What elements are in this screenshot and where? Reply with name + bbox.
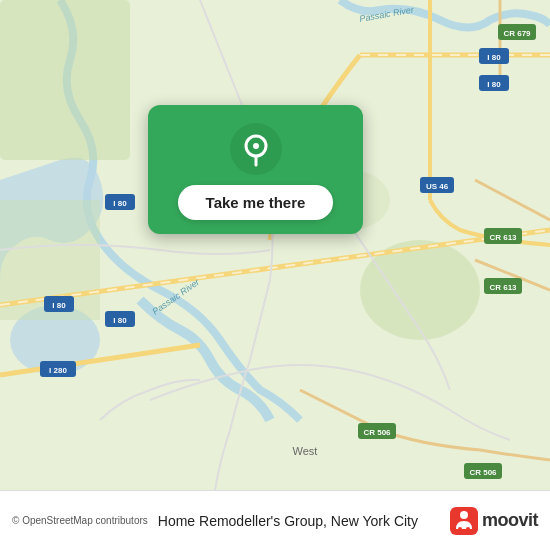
svg-point-47: [458, 527, 462, 531]
svg-text:CR 613: CR 613: [489, 233, 517, 242]
svg-text:CR 679: CR 679: [503, 29, 531, 38]
svg-text:CR 613: CR 613: [489, 283, 517, 292]
svg-point-46: [460, 511, 468, 519]
moovit-brand-text: moovit: [482, 510, 538, 531]
svg-text:I 80: I 80: [487, 80, 501, 89]
svg-text:I 80: I 80: [52, 301, 66, 310]
svg-text:West: West: [293, 445, 318, 457]
location-pin-icon: [230, 123, 282, 175]
take-me-there-button[interactable]: Take me there: [178, 185, 334, 220]
moovit-brand-icon: [450, 507, 478, 535]
map-svg: I 80 I 80 I 80 I 280 I 80 I 80 US 46 CR …: [0, 0, 550, 490]
svg-rect-2: [0, 0, 130, 160]
svg-text:I 80: I 80: [113, 316, 127, 325]
svg-text:I 80: I 80: [113, 199, 127, 208]
svg-text:CR 506: CR 506: [469, 468, 497, 477]
location-name: Home Remodeller's Group, New York City: [158, 513, 440, 529]
popup-card: Take me there: [148, 105, 363, 234]
bottom-bar: © OpenStreetMap contributors Home Remode…: [0, 490, 550, 550]
svg-text:CR 506: CR 506: [363, 428, 391, 437]
svg-text:I 80: I 80: [487, 53, 501, 62]
svg-text:I 280: I 280: [49, 366, 67, 375]
moovit-logo: moovit: [450, 507, 538, 535]
svg-point-48: [466, 527, 470, 531]
osm-credit: © OpenStreetMap contributors: [12, 515, 148, 526]
svg-text:US 46: US 46: [426, 182, 449, 191]
map-container: I 80 I 80 I 80 I 280 I 80 I 80 US 46 CR …: [0, 0, 550, 490]
svg-point-44: [253, 143, 259, 149]
